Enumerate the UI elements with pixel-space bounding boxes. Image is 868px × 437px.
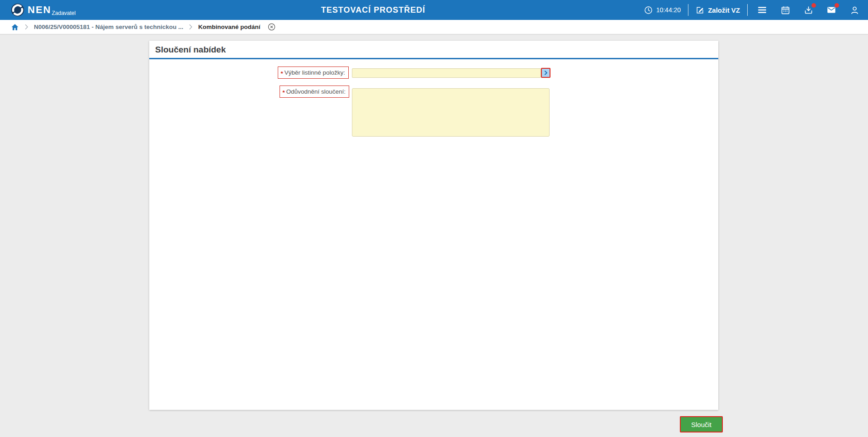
edit-icon <box>696 6 704 14</box>
paper-item-input[interactable] <box>352 68 541 78</box>
user-icon <box>850 5 859 15</box>
environment-title: TESTOVACÍ PROSTŘEDÍ <box>321 5 425 15</box>
menu-icon <box>757 5 767 15</box>
merge-offers-panel: Sloučení nabídek * Výběr listinné položk… <box>149 41 718 410</box>
logo-subtitle: Zadavatel <box>52 10 76 16</box>
merge-submit-button[interactable]: Sloučit <box>680 416 723 432</box>
required-marker: * <box>280 70 283 77</box>
nen-logo[interactable]: NEN Zadavatel <box>11 3 76 17</box>
page-title: Sloučení nabídek <box>155 45 226 55</box>
close-tab-button[interactable] <box>267 23 276 31</box>
header-divider <box>747 4 748 16</box>
required-marker: * <box>282 89 285 96</box>
create-vz-button[interactable]: Založit VZ <box>696 6 740 14</box>
field-label-merge-reason: * Odůvodnění sloučení: <box>280 86 349 98</box>
paper-item-lookup-button[interactable] <box>541 68 550 78</box>
breadcrumb: N006/25/V00005181 - Nájem serverů s tech… <box>0 20 868 34</box>
messages-button[interactable] <box>826 5 837 15</box>
merge-reason-textarea[interactable] <box>352 88 550 137</box>
calendar-icon <box>781 5 790 15</box>
clock: 10:44:20 <box>644 6 681 14</box>
top-header: NEN Zadavatel TESTOVACÍ PROSTŘEDÍ 10:44:… <box>0 0 868 20</box>
nen-logo-icon <box>11 3 24 17</box>
breadcrumb-item-procurement[interactable]: N006/25/V00005181 - Nájem serverů s tech… <box>34 24 183 30</box>
logo-text: NEN <box>28 3 51 17</box>
mail-badge <box>835 3 839 8</box>
header-icon-row <box>757 5 860 15</box>
header-divider <box>688 4 688 16</box>
downloads-button[interactable] <box>803 5 814 15</box>
breadcrumb-item-current: Kombinované podání <box>198 24 260 30</box>
header-time: 10:44:20 <box>656 6 681 14</box>
field-label-text: Výběr listinné položky: <box>285 69 345 76</box>
download-badge <box>811 3 816 8</box>
create-vz-label: Založit VZ <box>708 6 740 14</box>
title-underline <box>149 58 718 59</box>
chevron-right-icon <box>24 24 28 30</box>
close-icon <box>267 23 276 31</box>
user-button[interactable] <box>849 5 860 15</box>
chevron-right-icon <box>189 24 193 30</box>
home-icon <box>11 23 19 31</box>
header-actions: 10:44:20 Založit VZ <box>644 0 860 20</box>
field-label-paper-item: * Výběr listinné položky: <box>278 66 349 79</box>
home-button[interactable] <box>11 23 19 31</box>
calendar-button[interactable] <box>780 5 791 15</box>
lookup-chevron-icon <box>543 70 549 76</box>
menu-button[interactable] <box>757 5 768 15</box>
clock-icon <box>644 6 653 14</box>
field-label-text: Odůvodnění sloučení: <box>286 88 346 95</box>
